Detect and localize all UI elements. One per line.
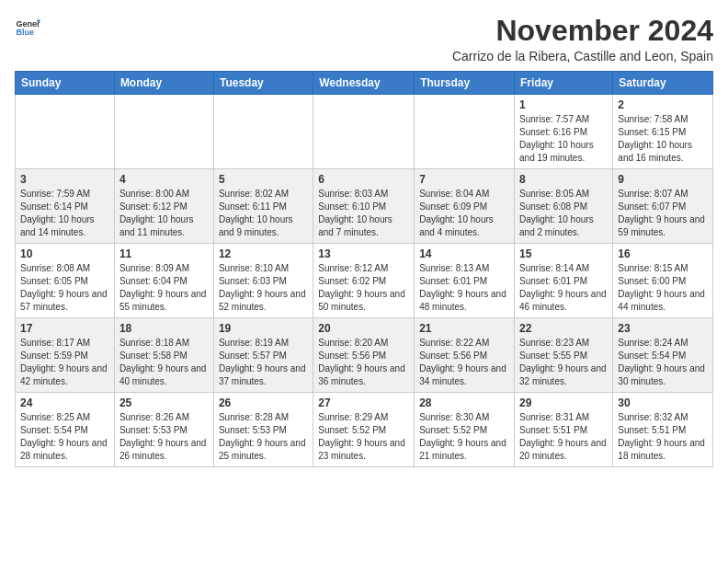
- day-number: 6: [318, 173, 409, 186]
- weekday-header-monday: Monday: [114, 72, 213, 95]
- calendar-cell: [213, 95, 313, 169]
- day-info: Sunrise: 8:12 AM Sunset: 6:02 PM Dayligh…: [318, 262, 409, 314]
- day-info: Sunrise: 8:28 AM Sunset: 5:53 PM Dayligh…: [219, 411, 308, 463]
- day-number: 27: [318, 396, 409, 409]
- calendar-cell: 22Sunrise: 8:23 AM Sunset: 5:55 PM Dayli…: [515, 318, 613, 393]
- day-number: 7: [419, 173, 509, 186]
- day-number: 13: [318, 247, 409, 260]
- day-info: Sunrise: 8:23 AM Sunset: 5:55 PM Dayligh…: [519, 337, 608, 388]
- calendar-cell: 19Sunrise: 8:19 AM Sunset: 5:57 PM Dayli…: [213, 318, 313, 393]
- calendar-table: SundayMondayTuesdayWednesdayThursdayFrid…: [15, 71, 713, 467]
- day-number: 18: [119, 322, 209, 335]
- calendar-row: 24Sunrise: 8:25 AM Sunset: 5:54 PM Dayli…: [16, 393, 713, 467]
- day-number: 3: [20, 173, 109, 186]
- day-number: 30: [618, 396, 708, 409]
- calendar-cell: 9Sunrise: 8:07 AM Sunset: 6:07 PM Daylig…: [613, 169, 713, 244]
- day-info: Sunrise: 8:24 AM Sunset: 5:54 PM Dayligh…: [618, 337, 708, 388]
- day-number: 26: [219, 396, 308, 409]
- logo: General Blue General Blue: [15, 15, 40, 40]
- calendar-cell: 15Sunrise: 8:14 AM Sunset: 6:01 PM Dayli…: [515, 244, 613, 318]
- svg-text:General: General: [16, 19, 40, 29]
- day-number: 24: [20, 396, 109, 409]
- title-block: November 2024 Carrizo de la Ribera, Cast…: [452, 15, 713, 63]
- weekday-header-tuesday: Tuesday: [213, 72, 313, 95]
- weekday-header-row: SundayMondayTuesdayWednesdayThursdayFrid…: [16, 72, 713, 95]
- calendar-cell: 4Sunrise: 8:00 AM Sunset: 6:12 PM Daylig…: [114, 169, 213, 244]
- svg-text:Blue: Blue: [16, 28, 34, 37]
- day-number: 10: [20, 247, 109, 260]
- month-title: November 2024: [452, 15, 713, 47]
- day-info: Sunrise: 8:10 AM Sunset: 6:03 PM Dayligh…: [219, 262, 308, 314]
- day-info: Sunrise: 8:05 AM Sunset: 6:08 PM Dayligh…: [519, 188, 608, 239]
- calendar-cell: 5Sunrise: 8:02 AM Sunset: 6:11 PM Daylig…: [213, 169, 313, 244]
- calendar-cell: [415, 95, 515, 169]
- day-info: Sunrise: 8:22 AM Sunset: 5:56 PM Dayligh…: [419, 337, 509, 388]
- day-number: 8: [519, 173, 608, 186]
- calendar-cell: 7Sunrise: 8:04 AM Sunset: 6:09 PM Daylig…: [415, 169, 515, 244]
- day-info: Sunrise: 8:04 AM Sunset: 6:09 PM Dayligh…: [419, 188, 509, 239]
- day-number: 29: [519, 396, 608, 409]
- calendar-cell: 14Sunrise: 8:13 AM Sunset: 6:01 PM Dayli…: [415, 244, 515, 318]
- calendar-cell: 24Sunrise: 8:25 AM Sunset: 5:54 PM Dayli…: [16, 393, 115, 467]
- day-number: 15: [519, 247, 608, 260]
- day-info: Sunrise: 8:08 AM Sunset: 6:05 PM Dayligh…: [20, 262, 109, 314]
- calendar-cell: 27Sunrise: 8:29 AM Sunset: 5:52 PM Dayli…: [313, 393, 415, 467]
- generalblue-icon: General Blue: [15, 15, 40, 40]
- day-number: 17: [20, 322, 109, 335]
- calendar-cell: 13Sunrise: 8:12 AM Sunset: 6:02 PM Dayli…: [313, 244, 415, 318]
- header: General Blue General Blue November 2024 …: [15, 15, 713, 63]
- day-number: 25: [119, 396, 209, 409]
- day-number: 14: [419, 247, 509, 260]
- calendar-cell: [313, 95, 415, 169]
- page: General Blue General Blue November 2024 …: [0, 0, 728, 477]
- day-number: 23: [618, 322, 708, 335]
- day-number: 22: [519, 322, 608, 335]
- day-number: 21: [419, 322, 509, 335]
- day-info: Sunrise: 8:32 AM Sunset: 5:51 PM Dayligh…: [618, 411, 708, 463]
- calendar-cell: [114, 95, 213, 169]
- calendar-row: 1Sunrise: 7:57 AM Sunset: 6:16 PM Daylig…: [16, 95, 713, 169]
- calendar-cell: 10Sunrise: 8:08 AM Sunset: 6:05 PM Dayli…: [16, 244, 115, 318]
- day-info: Sunrise: 8:09 AM Sunset: 6:04 PM Dayligh…: [119, 262, 209, 314]
- day-number: 5: [219, 173, 308, 186]
- day-number: 20: [318, 322, 409, 335]
- day-number: 19: [219, 322, 308, 335]
- calendar-cell: 23Sunrise: 8:24 AM Sunset: 5:54 PM Dayli…: [613, 318, 713, 393]
- day-info: Sunrise: 8:19 AM Sunset: 5:57 PM Dayligh…: [219, 337, 308, 388]
- calendar-row: 10Sunrise: 8:08 AM Sunset: 6:05 PM Dayli…: [16, 244, 713, 318]
- calendar-cell: 2Sunrise: 7:58 AM Sunset: 6:15 PM Daylig…: [613, 95, 713, 169]
- day-info: Sunrise: 8:30 AM Sunset: 5:52 PM Dayligh…: [419, 411, 509, 463]
- calendar-cell: 11Sunrise: 8:09 AM Sunset: 6:04 PM Dayli…: [114, 244, 213, 318]
- calendar-cell: 12Sunrise: 8:10 AM Sunset: 6:03 PM Dayli…: [213, 244, 313, 318]
- weekday-header-friday: Friday: [515, 72, 613, 95]
- day-info: Sunrise: 8:17 AM Sunset: 5:59 PM Dayligh…: [20, 337, 109, 388]
- day-number: 12: [219, 247, 308, 260]
- day-info: Sunrise: 8:18 AM Sunset: 5:58 PM Dayligh…: [119, 337, 209, 388]
- calendar-cell: 6Sunrise: 8:03 AM Sunset: 6:10 PM Daylig…: [313, 169, 415, 244]
- calendar-cell: 16Sunrise: 8:15 AM Sunset: 6:00 PM Dayli…: [613, 244, 713, 318]
- day-number: 1: [519, 98, 608, 111]
- calendar-cell: 8Sunrise: 8:05 AM Sunset: 6:08 PM Daylig…: [515, 169, 613, 244]
- calendar-cell: 25Sunrise: 8:26 AM Sunset: 5:53 PM Dayli…: [114, 393, 213, 467]
- day-number: 11: [119, 247, 209, 260]
- day-info: Sunrise: 7:57 AM Sunset: 6:16 PM Dayligh…: [519, 113, 608, 165]
- day-info: Sunrise: 8:15 AM Sunset: 6:00 PM Dayligh…: [618, 262, 708, 314]
- weekday-header-sunday: Sunday: [16, 72, 115, 95]
- calendar-cell: [16, 95, 115, 169]
- calendar-cell: 21Sunrise: 8:22 AM Sunset: 5:56 PM Dayli…: [415, 318, 515, 393]
- day-info: Sunrise: 7:58 AM Sunset: 6:15 PM Dayligh…: [618, 113, 708, 165]
- calendar-cell: 17Sunrise: 8:17 AM Sunset: 5:59 PM Dayli…: [16, 318, 115, 393]
- day-info: Sunrise: 8:02 AM Sunset: 6:11 PM Dayligh…: [219, 188, 308, 239]
- calendar-cell: 20Sunrise: 8:20 AM Sunset: 5:56 PM Dayli…: [313, 318, 415, 393]
- day-info: Sunrise: 8:31 AM Sunset: 5:51 PM Dayligh…: [519, 411, 608, 463]
- calendar-cell: 28Sunrise: 8:30 AM Sunset: 5:52 PM Dayli…: [415, 393, 515, 467]
- calendar-cell: 18Sunrise: 8:18 AM Sunset: 5:58 PM Dayli…: [114, 318, 213, 393]
- location-title: Carrizo de la Ribera, Castille and Leon,…: [452, 49, 713, 63]
- calendar-cell: 26Sunrise: 8:28 AM Sunset: 5:53 PM Dayli…: [213, 393, 313, 467]
- day-info: Sunrise: 8:29 AM Sunset: 5:52 PM Dayligh…: [318, 411, 409, 463]
- weekday-header-thursday: Thursday: [415, 72, 515, 95]
- calendar-cell: 3Sunrise: 7:59 AM Sunset: 6:14 PM Daylig…: [16, 169, 115, 244]
- calendar-row: 3Sunrise: 7:59 AM Sunset: 6:14 PM Daylig…: [16, 169, 713, 244]
- day-info: Sunrise: 8:26 AM Sunset: 5:53 PM Dayligh…: [119, 411, 209, 463]
- day-info: Sunrise: 8:20 AM Sunset: 5:56 PM Dayligh…: [318, 337, 409, 388]
